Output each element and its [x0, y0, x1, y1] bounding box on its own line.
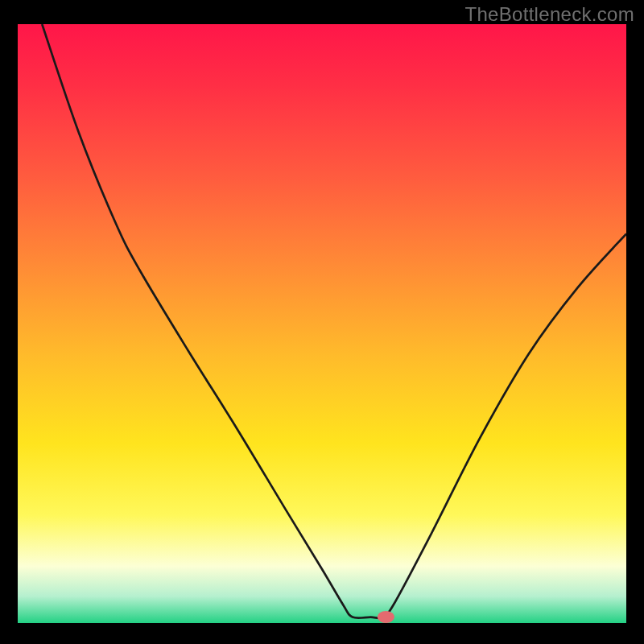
watermark-text: TheBottleneck.com	[464, 3, 634, 26]
chart-frame: TheBottleneck.com	[0, 0, 644, 644]
chart-svg	[18, 24, 626, 623]
optimal-marker	[378, 611, 394, 623]
chart-background	[18, 24, 626, 623]
plot-area	[18, 24, 626, 623]
